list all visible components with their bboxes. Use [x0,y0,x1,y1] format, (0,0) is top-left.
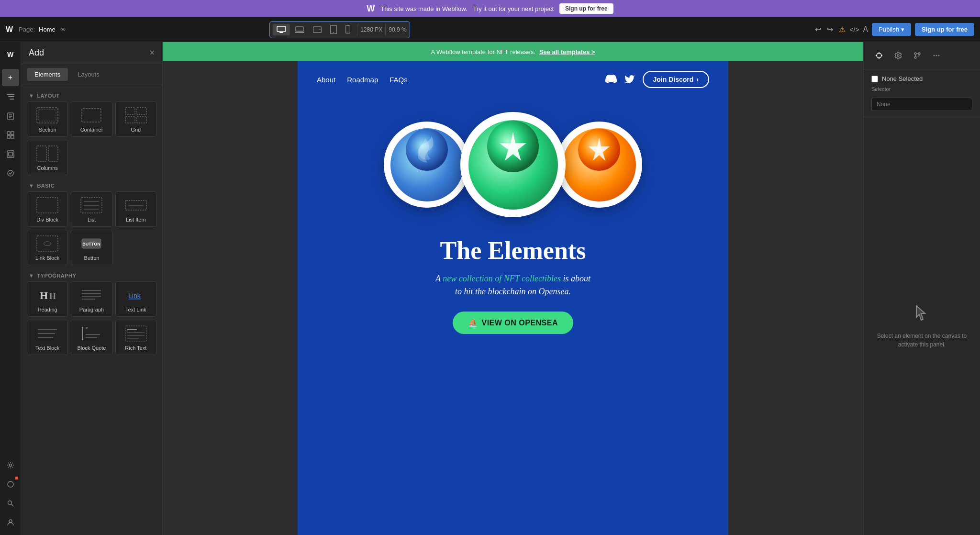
view-mobile-button[interactable] [342,23,354,35]
svg-point-23 [9,464,11,467]
element-grid[interactable]: Grid [115,101,156,137]
add-panel-header: Add × [21,42,162,64]
svg-rect-36 [48,146,58,161]
none-selected-label: None Selected [882,75,923,82]
svg-point-82 [934,55,935,56]
info-bar-text: A Webflow template for NFT releases. [431,48,535,56]
sidebar-settings-icon[interactable] [2,457,19,474]
link-block-icon [35,234,60,253]
tab-layouts[interactable]: Layouts [70,68,107,81]
svg-point-78 [897,55,899,56]
sidebar-interactions-icon[interactable] [2,165,19,182]
svg-rect-34 [137,116,146,123]
typography-elements-grid: H H Heading Para [27,281,156,355]
element-block-quote[interactable]: " Block Quote [71,320,112,355]
px-display: 1280 PX [360,26,382,33]
promo-bar: W This site was made in Webflow. Try it … [0,0,980,17]
view-desktop-button[interactable] [273,24,290,35]
element-paragraph[interactable]: Paragraph [71,281,112,317]
view-opensea-button[interactable]: ⛵ VIEW ON OPENSEA [453,312,573,334]
zoom-display: 90.9 % [389,26,406,33]
toolbar: W Page: Home 👁 1280 PX 90.9 % ↩ ↪ ⚠ </> [0,17,980,42]
element-text-link[interactable]: Link Text Link [115,281,156,317]
sidebar-pages-icon[interactable] [2,107,19,124]
undo-redo-group: ↩ ↪ [813,23,835,36]
list-item-label-text: List Item [126,217,146,223]
section-icon [35,106,60,125]
grid-icon [123,106,148,125]
cta-icon: ⛵ [468,318,478,327]
style-panel-icon[interactable] [871,48,887,63]
none-selected-checkbox[interactable] [871,76,878,82]
style-manager-button[interactable]: A [863,25,869,34]
info-bar-link[interactable]: See all templates > [539,48,595,56]
svg-point-81 [914,56,916,58]
element-container[interactable]: Container [71,101,112,137]
join-discord-label: Join Discord [653,76,694,83]
view-laptop-button[interactable] [291,24,308,35]
svg-point-24 [8,481,13,487]
view-tablet-button[interactable] [326,23,341,36]
block-quote-label-text: Block Quote [78,345,106,351]
element-text-block[interactable]: Text Block [27,320,68,355]
heading-icon: H H [35,286,60,305]
select-canvas-message: Select an element on the canvas to activ… [864,117,980,535]
sidebar-cms-icon[interactable] [2,126,19,144]
header-signup-button[interactable]: Sign up for free [915,23,974,36]
undo-button[interactable]: ↩ [813,23,823,36]
sidebar-search-icon[interactable] [2,495,19,512]
element-rich-text[interactable]: Rich Text [115,320,156,355]
svg-rect-21 [9,152,12,156]
element-list-item[interactable]: List Item [115,191,156,227]
svg-point-69 [509,143,517,150]
sidebar-add-icon[interactable]: + [2,69,19,86]
svg-rect-20 [7,151,14,157]
more-panel-icon[interactable] [929,48,944,63]
add-panel-close-button[interactable]: × [149,48,155,58]
element-heading[interactable]: H H Heading [27,281,68,317]
paragraph-label-text: Paragraph [79,307,104,312]
publish-button[interactable]: Publish ▾ [872,23,911,36]
settings-panel-icon[interactable] [891,48,906,63]
element-list[interactable]: List [71,191,112,227]
sidebar-assets-icon[interactable] [2,145,19,163]
svg-rect-10 [8,96,14,97]
layout-section-label[interactable]: ▼ Layout [27,89,156,101]
code-editor-button[interactable]: </> [849,26,859,33]
nft-blue-swirl-icon [405,128,448,171]
element-div-block[interactable]: Div Block [27,191,68,227]
page-label: Page: [19,26,35,33]
svg-rect-18 [7,135,10,138]
interactions-panel-icon[interactable] [910,48,925,63]
element-button[interactable]: BUTTON Button [71,230,112,265]
svg-point-84 [938,55,940,56]
toolbar-divider-2 [385,24,386,35]
nav-about-link[interactable]: About [317,76,335,84]
toolbar-left: W Page: Home 👁 [6,25,66,34]
svg-point-72 [596,147,602,153]
twitter-social-icon[interactable] [624,75,635,84]
selector-input[interactable] [871,98,972,111]
tab-elements[interactable]: Elements [27,68,68,81]
basic-section-label[interactable]: ▼ Basic [27,179,156,191]
sidebar-user-icon[interactable] [2,514,19,531]
sidebar-navigator-icon[interactable] [2,88,19,105]
page-eye-icon[interactable]: 👁 [60,26,66,33]
basic-elements-grid: Div Block List [27,191,156,265]
redo-button[interactable]: ↪ [825,23,835,36]
view-tablet-landscape-button[interactable] [309,24,325,35]
heading-label-text: Heading [38,307,57,312]
right-panel-top [864,42,980,69]
promo-signup-button[interactable]: Sign up for free [559,3,613,14]
nav-faqs-link[interactable]: FAQs [390,76,408,84]
element-columns[interactable]: Columns [27,140,68,175]
typography-section-arrow: ▼ [29,273,34,279]
join-discord-button[interactable]: Join Discord › [643,71,709,88]
nav-roadmap-link[interactable]: Roadmap [347,76,378,84]
element-link-block[interactable]: Link Block [27,230,68,265]
typography-section-label[interactable]: ▼ Typography [27,269,156,281]
element-section[interactable]: Section [27,101,68,137]
svg-rect-11 [10,99,14,100]
discord-social-icon[interactable] [605,75,617,84]
sidebar-wf-logo[interactable]: W [2,46,19,63]
